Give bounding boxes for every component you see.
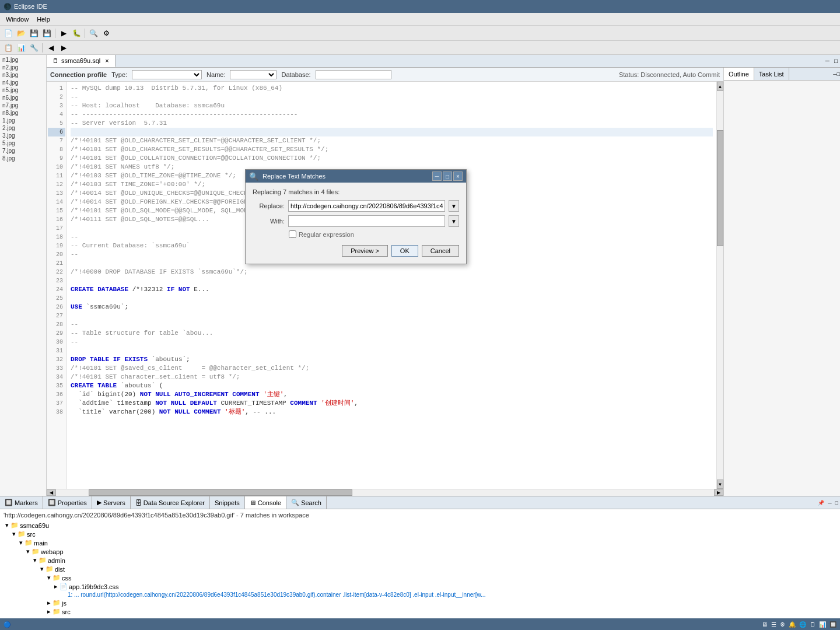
toolbar-save[interactable]: 💾 (28, 27, 40, 39)
toolbar-debug[interactable]: 🐛 (71, 27, 82, 39)
tree-node-item[interactable]: ▸📁js (4, 598, 836, 607)
replace-input[interactable] (288, 200, 445, 212)
type-select[interactable] (132, 70, 202, 79)
code-line: `id` bigint(20) NOT NULL AUTO_INCREMENT … (71, 390, 713, 399)
sidebar-file-item[interactable]: n3.jpg (1, 71, 45, 79)
toolbar-new[interactable]: 📄 (2, 27, 14, 39)
tree-node-item[interactable]: ▾📁src (4, 530, 836, 538)
with-input[interactable] (288, 215, 445, 227)
tab-servers[interactable]: ▶ Servers (92, 496, 131, 509)
tree-expand-icon[interactable]: ▸ (46, 608, 52, 615)
tree-node-item[interactable]: ▾📁css (4, 573, 836, 582)
sidebar-file-item[interactable]: 7.jpg (1, 147, 45, 155)
toolbar2-btn4[interactable]: ◀ (45, 42, 57, 54)
tab-search[interactable]: 🔍 Search (286, 496, 327, 509)
sidebar-file-item[interactable]: 3.jpg (1, 132, 45, 139)
tree-node-item[interactable]: ▾📁webapp (4, 547, 836, 556)
code-line: CREATE TABLE `aboutus` ( (71, 382, 713, 390)
tree-node-item[interactable]: 1: ... round.url(http://codegen.caihongy… (4, 591, 836, 598)
menu-help[interactable]: Help (33, 15, 54, 24)
tree-expand-icon[interactable]: ▾ (18, 539, 24, 547)
scroll-thumb[interactable] (717, 130, 723, 247)
tree-node-item[interactable]: ▾📁admin (4, 556, 836, 565)
tree-node-item[interactable]: ▾📁dist (4, 565, 836, 573)
dialog-ctrl-min[interactable]: ─ (432, 172, 442, 181)
dialog-ctrl-close[interactable]: × (453, 172, 463, 181)
toolbar2-btn5[interactable]: ▶ (58, 42, 69, 54)
tree-expand-icon[interactable]: ▾ (38, 565, 46, 573)
bottom-minimize[interactable]: ─ (826, 496, 833, 509)
tree-item-label: src (62, 608, 71, 615)
preview-button[interactable]: Preview > (342, 245, 388, 257)
menu-window[interactable]: Window (2, 15, 32, 24)
tree-node-item[interactable]: ▸📄app.1i9b9dc3.css (4, 582, 836, 591)
tree-expand-icon[interactable]: ▸ (46, 599, 52, 607)
replace-dropdown[interactable]: ▼ (449, 200, 459, 212)
scroll-down[interactable]: ▼ (717, 480, 723, 489)
line-number: 20 (48, 250, 65, 259)
bottom-pin[interactable]: 📌 (816, 496, 826, 509)
sidebar-file-item[interactable]: 2.jpg (1, 124, 45, 132)
toolbar-open[interactable]: 📂 (15, 27, 27, 39)
tab-snippets[interactable]: Snippets (210, 496, 245, 509)
sidebar-file-item[interactable]: n5.jpg (1, 86, 45, 94)
tab-markers[interactable]: 🔲 Markers (0, 496, 43, 509)
toolbar2-btn3[interactable]: 🔧 (28, 42, 40, 54)
tab-datasource[interactable]: 🗄 Data Source Explorer (131, 496, 210, 509)
tree-expand-icon[interactable]: ▾ (4, 522, 10, 529)
tab-properties-icon: 🔲 (48, 499, 56, 506)
sidebar-file-item[interactable]: 8.jpg (1, 155, 45, 162)
tree-expand-icon[interactable]: ▸ (52, 583, 60, 590)
status-bar: 🔵 🖥 ☰ ⚙ 🔔 🌐 🗒 📊 🔲 (0, 618, 840, 630)
rp-tab-tasklist[interactable]: Task List (754, 68, 789, 80)
tree-expand-icon[interactable]: ▾ (46, 574, 52, 582)
menu-bar: Window Help (0, 13, 840, 26)
editor-maximize[interactable]: □ (832, 55, 840, 67)
sidebar-file-item[interactable]: n6.jpg (1, 94, 45, 102)
scroll-up[interactable]: ▲ (717, 82, 723, 91)
toolbar-settings[interactable]: ⚙ (100, 27, 112, 39)
tab-sql-file[interactable]: 🗒 ssmca69u.sql × (47, 55, 116, 67)
sidebar-file-item[interactable]: n4.jpg (1, 79, 45, 86)
tab-properties[interactable]: 🔲 Properties (43, 496, 92, 509)
bottom-maximize[interactable]: □ (834, 496, 840, 509)
tree-expand-icon[interactable]: ▾ (10, 530, 18, 538)
dialog-ctrl-max[interactable]: □ (443, 172, 452, 181)
toolbar2-btn2[interactable]: 📊 (15, 42, 27, 54)
tab-console[interactable]: 🖥 Console (245, 496, 286, 509)
horizontal-scrollbar[interactable]: ◀ ▶ (47, 489, 723, 496)
toolbar-search[interactable]: 🔍 (88, 27, 99, 39)
code-line: /*!40101 SET @OLD_COLLATION_CONNECTION=@… (71, 154, 713, 163)
scroll-right[interactable]: ▶ (714, 489, 723, 496)
hscroll-thumb[interactable] (89, 489, 352, 496)
ok-button[interactable]: OK (391, 245, 418, 257)
sidebar-file-item[interactable]: n2.jpg (1, 64, 45, 71)
tree-node-item[interactable]: ▸📁src (4, 607, 836, 616)
name-select[interactable] (230, 70, 276, 79)
tree-item-label: ssmca69u (20, 522, 49, 529)
vertical-scrollbar[interactable]: ▲ ▼ (716, 82, 723, 489)
tree-node-item[interactable]: ▾📁ssmca69u (4, 521, 836, 530)
tree-expand-icon[interactable]: ▾ (32, 556, 38, 564)
code-line: /*!40101 SET @saved_cs_client = @@charac… (71, 364, 713, 373)
toolbar2-btn1[interactable]: 📋 (2, 42, 14, 54)
with-dropdown[interactable]: ▼ (449, 215, 459, 227)
scroll-left[interactable]: ◀ (47, 489, 56, 496)
toolbar-run[interactable]: ▶ (58, 27, 69, 39)
regex-checkbox[interactable] (289, 230, 296, 238)
code-content[interactable]: -- MySQL dump 10.13 Distrib 5.7.31, for … (67, 82, 716, 489)
rp-maximize[interactable]: □ (837, 68, 840, 80)
sidebar-file-item[interactable]: n1.jpg (1, 56, 45, 64)
tab-close[interactable]: × (105, 57, 108, 64)
toolbar-save-all[interactable]: 💾 (41, 27, 52, 39)
tree-node-item[interactable]: ▾📁main (4, 538, 836, 547)
cancel-button[interactable]: Cancel (422, 245, 459, 257)
sidebar-file-item[interactable]: n7.jpg (1, 102, 45, 109)
sidebar-file-item[interactable]: 1.jpg (1, 117, 45, 124)
database-input[interactable] (316, 70, 391, 79)
rp-tab-outline[interactable]: Outline (724, 68, 754, 80)
editor-minimize[interactable]: ─ (823, 55, 832, 67)
tree-expand-icon[interactable]: ▾ (24, 548, 32, 555)
sidebar-file-item[interactable]: n8.jpg (1, 109, 45, 117)
sidebar-file-item[interactable]: 5.jpg (1, 139, 45, 147)
